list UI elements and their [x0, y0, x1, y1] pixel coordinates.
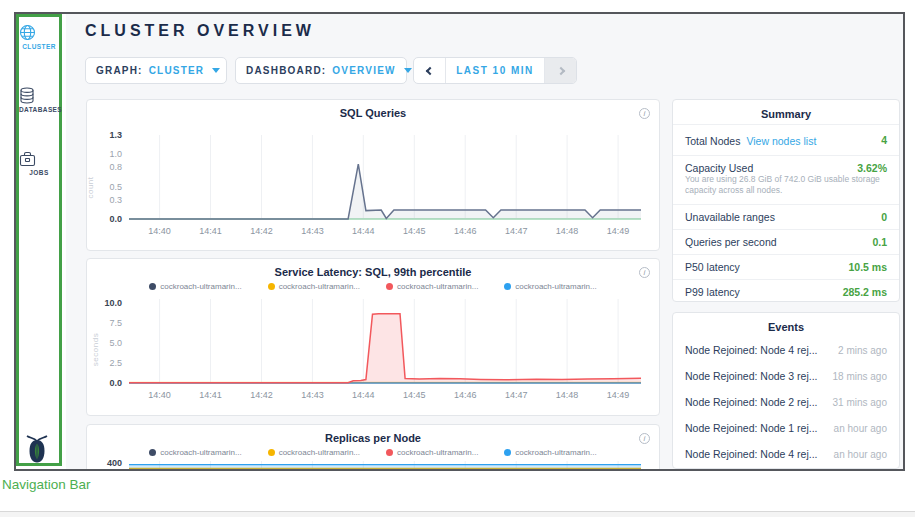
graph-dropdown-value: CLUSTER: [149, 65, 205, 76]
chart-title: Service Latency: SQL, 99th percentile: [87, 259, 659, 278]
summary-title: Summary: [673, 100, 899, 124]
legend-dot: [386, 449, 393, 456]
svg-text:14:45: 14:45: [403, 390, 426, 400]
summary-label: P99 latency: [685, 286, 740, 298]
svg-text:14:42: 14:42: [250, 390, 273, 400]
event-time: an hour ago: [834, 449, 887, 460]
time-next-button[interactable]: [544, 58, 576, 83]
info-icon[interactable]: [639, 433, 650, 444]
svg-text:14:46: 14:46: [454, 226, 477, 236]
svg-text:2.5: 2.5: [109, 358, 122, 368]
dashboard-dropdown[interactable]: DASHBOARD: OVERVIEW: [235, 57, 407, 84]
event-text: Node Rejoined: Node 3 rej...: [685, 370, 818, 382]
svg-text:14:44: 14:44: [352, 390, 375, 400]
event-text: Node Rejoined: Node 4 rej...: [685, 448, 818, 460]
app-window: CLUSTER DATABASES: [14, 12, 905, 471]
legend-label: cockroach-ultramarin...: [397, 282, 478, 291]
event-time: 31 mins ago: [833, 397, 887, 408]
summary-row-queries-per-second: Queries per second 0.1: [673, 229, 899, 254]
sidebar-item-cluster[interactable]: CLUSTER: [19, 24, 59, 50]
legend-dot: [268, 449, 275, 456]
summary-row-unavailable-ranges: Unavailable ranges 0: [673, 204, 899, 229]
events-panel: Events Node Rejoined: Node 4 rej... 2 mi…: [672, 312, 900, 469]
chart-title: SQL Queries: [87, 100, 659, 119]
summary-label: Queries per second: [685, 236, 777, 248]
svg-text:10.0: 10.0: [104, 298, 122, 308]
view-nodes-list-link[interactable]: View nodes list: [746, 135, 816, 147]
database-icon: [19, 87, 59, 104]
svg-text:14:46: 14:46: [454, 390, 477, 400]
legend-dot: [149, 283, 156, 290]
svg-text:5.0: 5.0: [109, 338, 122, 348]
legend-dot: [268, 283, 275, 290]
legend-dot: [504, 449, 511, 456]
screenshot-page: CLUSTER DATABASES: [0, 0, 915, 517]
legend-item: cockroach-ultramarin...: [149, 448, 241, 457]
svg-text:0.3: 0.3: [109, 195, 122, 205]
svg-text:14:43: 14:43: [301, 390, 324, 400]
summary-value: 0.1: [872, 236, 887, 248]
chevron-down-icon: [212, 68, 220, 73]
sidebar-item-jobs[interactable]: JOBS: [19, 151, 59, 176]
svg-text:14:41: 14:41: [199, 226, 222, 236]
cockroachdb-logo[interactable]: [23, 434, 51, 464]
navigation-bar-annotation-box: [16, 14, 62, 466]
chart-legend: cockroach-ultramarin... cockroach-ultram…: [87, 282, 659, 291]
summary-value: 10.5 ms: [848, 261, 887, 273]
summary-value: 0: [881, 211, 887, 223]
summary-label: Capacity Used: [685, 162, 753, 174]
replicas-per-node-plot[interactable]: 40014:4014:4114:4214:4314:4414:4514:4614…: [91, 459, 651, 471]
event-row: Node Rejoined: Node 2 rej... 31 mins ago: [673, 389, 899, 415]
y-axis-label: count: [86, 176, 95, 198]
summary-panel: Summary Total NodesView nodes list 4 Cap…: [672, 99, 900, 302]
summary-value: 4: [881, 134, 887, 146]
svg-text:0.8: 0.8: [109, 162, 122, 172]
svg-text:14:43: 14:43: [301, 226, 324, 236]
svg-text:400: 400: [107, 459, 122, 468]
sidebar-item-label: CLUSTER: [19, 43, 59, 50]
summary-label: Unavailable ranges: [685, 211, 775, 223]
event-time: an hour ago: [834, 423, 887, 434]
event-time: 2 mins ago: [838, 345, 887, 356]
event-text: Node Rejoined: Node 4 rej...: [685, 344, 818, 356]
sidebar-item-databases[interactable]: DATABASES: [19, 87, 59, 113]
legend-item: cockroach-ultramarin...: [386, 282, 478, 291]
event-text: Node Rejoined: Node 2 rej...: [685, 396, 818, 408]
svg-text:14:48: 14:48: [556, 390, 579, 400]
event-time: 18 mins ago: [833, 371, 887, 382]
legend-item: cockroach-ultramarin...: [504, 282, 596, 291]
svg-text:14:44: 14:44: [352, 226, 375, 236]
svg-text:1.3: 1.3: [109, 130, 122, 140]
page-bottom-divider: [0, 511, 915, 517]
briefcase-icon: [19, 151, 59, 167]
svg-text:0.5: 0.5: [109, 182, 122, 192]
time-prev-button[interactable]: [414, 58, 446, 83]
globe-icon: [19, 24, 59, 41]
summary-label: Total Nodes: [685, 135, 740, 147]
info-icon[interactable]: [639, 267, 650, 278]
time-range-label[interactable]: LAST 10 MIN: [446, 58, 544, 83]
legend-item: cockroach-ultramarin...: [268, 282, 360, 291]
chart-title: Replicas per Node: [87, 425, 659, 444]
graph-dropdown[interactable]: GRAPH: CLUSTER: [85, 57, 227, 84]
sidebar-item-label: DATABASES: [19, 106, 59, 113]
capacity-subtext: You are using 26.8 GiB of 742.0 GiB usab…: [673, 174, 899, 204]
legend-item: cockroach-ultramarin...: [386, 448, 478, 457]
legend-item: cockroach-ultramarin...: [504, 448, 596, 457]
legend-dot: [149, 449, 156, 456]
svg-text:7.5: 7.5: [109, 318, 122, 328]
summary-value: 3.62%: [857, 162, 887, 174]
legend-label: cockroach-ultramarin...: [279, 282, 360, 291]
legend-dot: [386, 283, 393, 290]
legend-item: cockroach-ultramarin...: [268, 448, 360, 457]
event-text: Node Rejoined: Node 1 rej...: [685, 422, 818, 434]
service-latency-plot[interactable]: 10.07.55.02.50.014:4014:4114:4214:4314:4…: [91, 293, 651, 405]
sidebar-item-label: JOBS: [19, 169, 59, 176]
service-latency-chart-card: Service Latency: SQL, 99th percentile se…: [86, 258, 660, 416]
info-icon[interactable]: [639, 108, 650, 119]
legend-label: cockroach-ultramarin...: [515, 282, 596, 291]
sql-queries-chart-card: SQL Queries count 1.31.00.80.50.30.014:4…: [86, 99, 660, 251]
summary-label: P50 latency: [685, 261, 740, 273]
y-axis-label: seconds: [91, 333, 100, 366]
sql-queries-plot[interactable]: 1.31.00.80.50.30.014:4014:4114:4214:4314…: [91, 123, 651, 245]
